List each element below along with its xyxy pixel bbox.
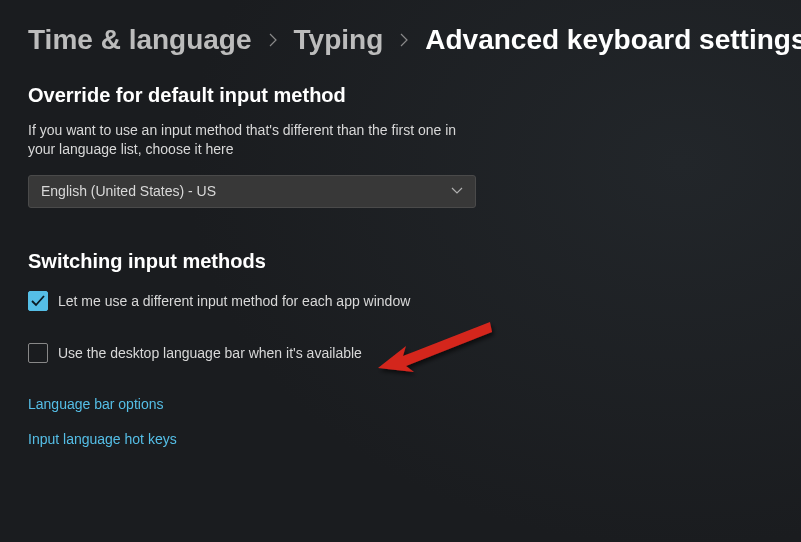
input-method-dropdown-value: English (United States) - US bbox=[41, 183, 216, 199]
link-language-bar-options[interactable]: Language bar options bbox=[28, 396, 163, 412]
switching-section-title: Switching input methods bbox=[28, 250, 773, 273]
checkbox-desktop-language-bar[interactable] bbox=[28, 343, 48, 363]
override-section-description: If you want to use an input method that'… bbox=[28, 121, 468, 159]
page-title: Advanced keyboard settings bbox=[425, 24, 801, 56]
breadcrumb-time-language[interactable]: Time & language bbox=[28, 24, 252, 56]
breadcrumb: Time & language Typing Advanced keyboard… bbox=[28, 24, 773, 56]
chevron-right-icon bbox=[399, 33, 409, 47]
checkbox-desktop-language-bar-label: Use the desktop language bar when it's a… bbox=[58, 345, 362, 361]
input-method-dropdown[interactable]: English (United States) - US bbox=[28, 175, 476, 208]
chevron-down-icon bbox=[451, 187, 463, 195]
checkbox-per-app-window[interactable] bbox=[28, 291, 48, 311]
chevron-right-icon bbox=[268, 33, 278, 47]
checkbox-per-app-window-label: Let me use a different input method for … bbox=[58, 293, 410, 309]
link-input-language-hot-keys[interactable]: Input language hot keys bbox=[28, 431, 177, 447]
breadcrumb-typing[interactable]: Typing bbox=[294, 24, 384, 56]
check-icon bbox=[31, 295, 45, 307]
override-section-title: Override for default input method bbox=[28, 84, 773, 107]
